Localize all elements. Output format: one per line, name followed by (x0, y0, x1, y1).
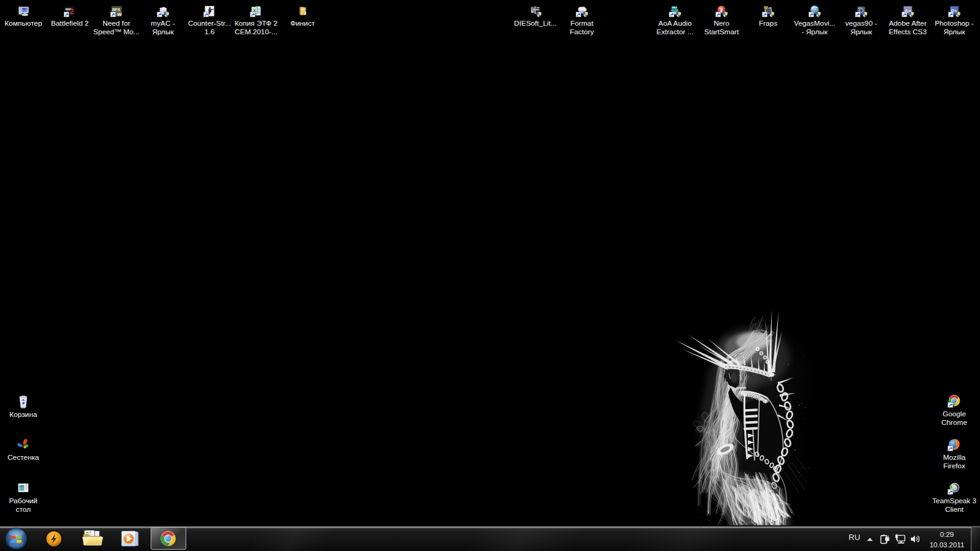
svg-text:99: 99 (764, 6, 767, 9)
svg-text:W: W (118, 12, 123, 17)
svg-text:2: 2 (69, 7, 74, 16)
